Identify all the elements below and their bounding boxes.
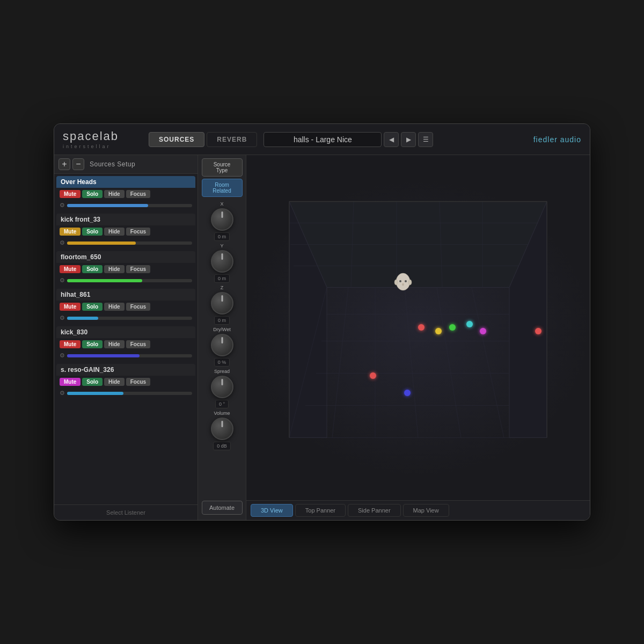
source-controls-2: MuteSoloHideFocus bbox=[56, 263, 195, 275]
gear-icon-0[interactable]: ⚙ bbox=[60, 202, 65, 209]
source-header-5[interactable]: s. reso-GAIN_326 bbox=[56, 364, 195, 376]
gear-icon-4[interactable]: ⚙ bbox=[60, 352, 65, 359]
knob-label-0: X bbox=[220, 201, 223, 207]
solo-button-3[interactable]: Solo bbox=[82, 303, 103, 311]
hide-button-2[interactable]: Hide bbox=[104, 265, 125, 273]
knob-volume[interactable] bbox=[211, 418, 233, 440]
source-controls-1: MuteSoloHideFocus bbox=[56, 225, 195, 238]
view-tab-3[interactable]: Map View bbox=[403, 504, 449, 517]
knob-section-z: Z0 m bbox=[211, 285, 233, 325]
fader-track-1[interactable] bbox=[67, 241, 192, 245]
source-dot-hihat-cyan[interactable] bbox=[466, 321, 473, 327]
focus-button-4[interactable]: Focus bbox=[126, 340, 150, 348]
hide-button-4[interactable]: Hide bbox=[104, 340, 125, 348]
source-header-2[interactable]: floortom_650 bbox=[56, 251, 195, 263]
focus-button-5[interactable]: Focus bbox=[126, 378, 150, 386]
source-header-1[interactable]: kick front_33 bbox=[56, 214, 195, 225]
room-related-button[interactable]: Room Related bbox=[202, 179, 243, 197]
source-header-4[interactable]: kick_830 bbox=[56, 326, 195, 338]
logo-area: spacelab interstellar bbox=[63, 129, 149, 149]
view-tabs: 3D ViewTop PannerSide PannerMap View bbox=[246, 500, 590, 520]
solo-button-2[interactable]: Solo bbox=[82, 265, 103, 273]
source-fader-row-5: ⚙ bbox=[56, 388, 195, 399]
fader-track-4[interactable] bbox=[67, 354, 192, 357]
mute-button-1[interactable]: Mute bbox=[60, 228, 80, 236]
source-dot-reso-magenta[interactable] bbox=[480, 328, 486, 334]
knob-label-5: Volume bbox=[214, 411, 230, 416]
knob-y[interactable] bbox=[211, 250, 233, 273]
source-fader-row-3: ⚙ bbox=[56, 313, 195, 324]
mute-button-2[interactable]: Mute bbox=[60, 265, 80, 273]
source-controls-0: MuteSoloHideFocus bbox=[56, 188, 195, 200]
logo-sub: interstellar bbox=[63, 144, 149, 149]
source-header-0[interactable]: Over Heads bbox=[56, 176, 195, 188]
view-3d bbox=[246, 155, 590, 500]
hide-button-1[interactable]: Hide bbox=[104, 228, 125, 236]
focus-button-1[interactable]: Focus bbox=[126, 228, 150, 236]
source-dot-floortom-green[interactable] bbox=[449, 324, 456, 331]
automate-button[interactable]: Automate bbox=[202, 501, 243, 515]
source-item-5: s. reso-GAIN_326MuteSoloHideFocus⚙ bbox=[56, 364, 195, 399]
knob-x[interactable] bbox=[211, 208, 233, 231]
source-fader-row-2: ⚙ bbox=[56, 275, 195, 287]
source-item-4: kick_830MuteSoloHideFocus⚙ bbox=[56, 326, 195, 362]
nav-tabs: SOURCES REVERB bbox=[149, 132, 257, 147]
source-dot-overhead-red[interactable] bbox=[418, 324, 425, 331]
fader-fill-1 bbox=[67, 241, 136, 245]
hide-button-5[interactable]: Hide bbox=[104, 378, 125, 386]
select-listener-button[interactable]: Select Listener bbox=[54, 504, 197, 520]
solo-button-1[interactable]: Solo bbox=[82, 228, 103, 236]
add-source-button[interactable]: + bbox=[58, 158, 70, 170]
knob-section-x: X0 m bbox=[211, 201, 233, 241]
knob-value-4: 0 ° bbox=[215, 400, 229, 408]
source-dot-kick-blue[interactable] bbox=[404, 390, 411, 396]
hide-button-3[interactable]: Hide bbox=[104, 303, 125, 311]
sources-list: Over HeadsMuteSoloHideFocus⚙kick front_3… bbox=[54, 174, 197, 504]
view-tab-2[interactable]: Side Panner bbox=[348, 504, 401, 517]
source-item-1: kick front_33MuteSoloHideFocus⚙ bbox=[56, 214, 195, 249]
focus-button-0[interactable]: Focus bbox=[126, 190, 150, 198]
mute-button-3[interactable]: Mute bbox=[60, 303, 80, 311]
fader-fill-4 bbox=[67, 354, 140, 357]
gear-icon-5[interactable]: ⚙ bbox=[60, 390, 65, 397]
tab-sources[interactable]: SOURCES bbox=[149, 132, 204, 147]
knob-dry/wet[interactable] bbox=[211, 334, 233, 356]
source-dot-far-red[interactable] bbox=[535, 328, 541, 334]
tab-reverb[interactable]: REVERB bbox=[207, 132, 257, 147]
knob-value-2: 0 m bbox=[214, 316, 230, 325]
controls-panel: Source TypeRoom RelatedX0 mY0 mZ0 mDry/W… bbox=[198, 155, 246, 520]
solo-button-0[interactable]: Solo bbox=[82, 190, 103, 198]
hide-button-0[interactable]: Hide bbox=[104, 190, 125, 198]
knob-spread[interactable] bbox=[211, 376, 233, 398]
mute-button-0[interactable]: Mute bbox=[60, 190, 80, 198]
focus-button-2[interactable]: Focus bbox=[126, 265, 150, 273]
solo-button-4[interactable]: Solo bbox=[82, 340, 103, 348]
gear-icon-3[interactable]: ⚙ bbox=[60, 314, 65, 321]
preset-prev-button[interactable]: ◀ bbox=[384, 132, 399, 147]
preset-menu-button[interactable]: ☰ bbox=[418, 132, 433, 147]
fader-track-2[interactable] bbox=[67, 279, 192, 282]
knob-label-4: Spread bbox=[214, 369, 230, 374]
preset-next-button[interactable]: ▶ bbox=[401, 132, 416, 147]
mute-button-5[interactable]: Mute bbox=[60, 378, 80, 386]
source-header-3[interactable]: hihat_861 bbox=[56, 289, 195, 301]
fader-track-5[interactable] bbox=[67, 392, 192, 395]
main-content: + − Sources Setup Over HeadsMuteSoloHide… bbox=[54, 155, 590, 520]
remove-source-button[interactable]: − bbox=[72, 158, 84, 170]
gear-icon-2[interactable]: ⚙ bbox=[60, 277, 65, 284]
fader-track-0[interactable] bbox=[67, 204, 192, 207]
solo-button-5[interactable]: Solo bbox=[82, 378, 103, 386]
source-dot-source-red2[interactable] bbox=[370, 372, 376, 379]
focus-button-3[interactable]: Focus bbox=[126, 303, 150, 311]
source-dot-kick-yellow[interactable] bbox=[435, 328, 442, 334]
source-fader-row-1: ⚙ bbox=[56, 238, 195, 249]
source-type-button[interactable]: Source Type bbox=[202, 158, 243, 177]
header: spacelab interstellar SOURCES REVERB hal… bbox=[54, 124, 590, 155]
gear-icon-1[interactable]: ⚙ bbox=[60, 239, 65, 246]
view-tab-0[interactable]: 3D View bbox=[251, 504, 293, 517]
view-tab-1[interactable]: Top Panner bbox=[295, 504, 346, 517]
mute-button-4[interactable]: Mute bbox=[60, 340, 80, 348]
knob-z[interactable] bbox=[211, 292, 233, 314]
sources-setup-label: Sources Setup bbox=[90, 160, 135, 168]
fader-track-3[interactable] bbox=[67, 317, 192, 320]
